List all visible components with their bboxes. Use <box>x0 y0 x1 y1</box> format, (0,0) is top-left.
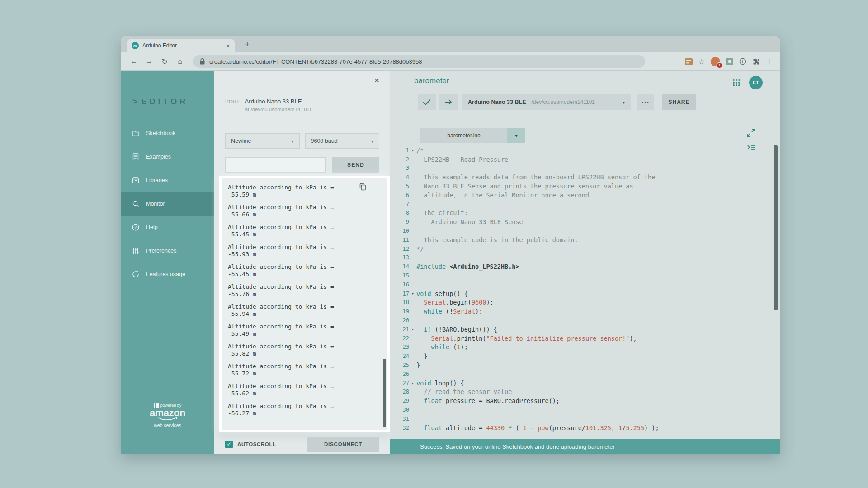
sidebar-item-features-usage[interactable]: Features usage <box>121 263 214 286</box>
user-avatar[interactable]: FT <box>749 76 763 89</box>
code-text: This example reads data from the on-boar… <box>416 174 655 181</box>
new-tab-button[interactable]: + <box>242 40 253 49</box>
bookmark-star-icon[interactable]: ☆ <box>698 57 705 66</box>
code-line: 4 This example reads data from the on-bo… <box>390 173 772 182</box>
line-number: 4 <box>390 174 409 180</box>
code-line: 30 <box>390 405 772 414</box>
tab-menu-button[interactable]: ▾ <box>507 128 525 143</box>
more-options-button[interactable]: ··· <box>637 94 654 110</box>
sidebar-item-preferences[interactable]: Preferences <box>121 239 214 263</box>
fold-caret-icon[interactable]: ▾ <box>409 327 416 332</box>
code-editor[interactable]: 1▾/*2 LPS22HB - Read Pressure34 This exa… <box>390 143 772 439</box>
fold-caret-icon[interactable]: ▾ <box>409 148 416 153</box>
autoscroll-checkbox[interactable]: ✓ <box>225 441 233 448</box>
serial-entry-text: Altitude according to kPa is = <box>228 263 381 271</box>
back-icon[interactable]: ← <box>128 57 140 66</box>
line-ending-select[interactable]: Newline ▾ <box>225 133 300 149</box>
serial-output-highlight[interactable]: Altitude according to kPa is =-55.59 mAl… <box>219 176 390 432</box>
code-line: 24 } <box>390 352 772 361</box>
line-number: 27 <box>390 380 409 386</box>
code-text: Serial.begin(9600); <box>416 299 494 306</box>
serial-message-input[interactable] <box>225 157 326 173</box>
verify-button[interactable] <box>418 94 436 110</box>
arrow-right-icon <box>444 99 453 106</box>
preferences-icon <box>132 247 140 255</box>
port-label: PORT: <box>225 98 241 112</box>
line-number: 23 <box>390 344 409 350</box>
kebab-menu-icon[interactable]: ⋮ <box>766 57 773 66</box>
upload-button[interactable] <box>439 94 458 110</box>
scrollbar-thumb[interactable] <box>774 145 778 310</box>
board-name: Arduino Nano 33 BLE <box>468 99 526 105</box>
sidebar-item-examples[interactable]: Examples <box>121 145 214 169</box>
info-icon[interactable] <box>739 58 746 65</box>
fold-caret-icon[interactable]: ▾ <box>409 291 416 296</box>
profile-avatar[interactable]: 1 <box>711 57 720 66</box>
autoscroll-label: AUTOSCROLL <box>237 441 276 447</box>
share-button[interactable]: SHARE <box>662 94 696 110</box>
sidebar-item-help[interactable]: ?Help <box>121 216 214 239</box>
tab-barometer-ino[interactable]: barometer.ino <box>420 128 507 143</box>
sidebar-item-libraries[interactable]: Libraries <box>121 169 214 192</box>
copy-icon[interactable] <box>359 183 368 192</box>
code-text: Serial.println("Failed to initialize pre… <box>416 335 637 342</box>
file-tab-label: barometer.ino <box>447 132 480 139</box>
home-icon[interactable]: ⌂ <box>174 57 186 66</box>
serial-entry: Altitude according to kPa is =-55.76 m <box>228 283 381 298</box>
disconnect-button[interactable]: DISCONNECT <box>307 437 379 452</box>
code-text: // read the sensor value <box>416 388 512 395</box>
status-bar: Success: Saved on your online Sketchbook… <box>390 439 780 454</box>
caret-down-icon: ▾ <box>291 139 293 144</box>
forward-icon[interactable]: → <box>143 57 155 66</box>
line-number: 11 <box>390 237 409 243</box>
serial-entry-value: -55.45 m <box>228 231 381 238</box>
tab-close-icon[interactable]: × <box>226 42 230 50</box>
sidebar-item-label: Libraries <box>146 177 168 183</box>
browser-tab[interactable]: ∞ Arduino Editor × <box>127 39 235 52</box>
line-number: 30 <box>390 407 409 413</box>
code-text: The circuit: <box>416 209 468 216</box>
code-text: while (!Serial); <box>416 308 482 315</box>
close-icon[interactable]: × <box>374 75 379 85</box>
serial-entry-text: Altitude according to kPa is = <box>228 303 381 310</box>
line-number: 9 <box>390 219 409 225</box>
sidebar-item-sketchbook[interactable]: Sketchbook <box>121 122 214 145</box>
lock-icon[interactable] <box>199 58 205 65</box>
sidebar-item-label: Monitor <box>146 201 165 207</box>
line-number: 28 <box>390 389 409 395</box>
line-number: 29 <box>390 398 409 404</box>
code-line: 15 <box>390 271 772 280</box>
sketchbook-icon <box>132 129 140 137</box>
url-bar[interactable]: create.arduino.cc/editor/FT-CONTENT/b673… <box>193 55 645 68</box>
code-lines: 1▾/*2 LPS22HB - Read Pressure34 This exa… <box>390 146 772 432</box>
code-line: 10 <box>390 226 772 235</box>
code-line: 7 <box>390 200 772 209</box>
reload-icon[interactable]: ↻ <box>159 57 170 66</box>
browser-window: ∞ Arduino Editor × + ← → ↻ ⌂ create.ardu… <box>121 36 780 454</box>
tab-title: Arduino Editor <box>142 42 223 49</box>
baud-rate-select[interactable]: 9600 baud ▾ <box>305 133 380 149</box>
extension-icon-2[interactable] <box>726 58 733 65</box>
code-line: 9 - Arduino Nano 33 BLE Sense <box>390 217 772 226</box>
sidebar-item-monitor[interactable]: Monitor <box>121 192 214 216</box>
serial-entry: Altitude according to kPa is =-55.66 m <box>228 204 381 218</box>
format-code-icon[interactable] <box>746 143 757 152</box>
line-ending-value: Newline <box>231 138 251 144</box>
board-selector[interactable]: Arduino Nano 33 BLE /dev/cu.usbmodem1411… <box>462 94 631 110</box>
serial-entry: Altitude according to kPa is =-55.45 m <box>228 224 381 238</box>
fold-caret-icon[interactable]: ▾ <box>409 381 416 385</box>
code-line: 29 float pressure = BARO.readPressure(); <box>390 396 772 405</box>
extension-icon[interactable] <box>685 58 693 65</box>
serial-output-list[interactable]: Altitude according to kPa is =-55.59 mAl… <box>222 178 387 430</box>
arduino-favicon-icon: ∞ <box>132 42 139 49</box>
scrollbar-thumb[interactable] <box>383 359 386 427</box>
code-line: 20 <box>390 316 772 325</box>
check-icon <box>422 99 431 106</box>
aws-amazon-wordmark: amazon <box>121 408 214 418</box>
extensions-puzzle-icon[interactable] <box>752 58 760 66</box>
monitor-panel: × PORT: Arduino Nano 33 BLE at /dev/cu.u… <box>214 71 390 454</box>
send-button[interactable]: SEND <box>332 157 379 173</box>
fullscreen-icon[interactable] <box>745 128 757 139</box>
apps-grid-icon[interactable] <box>732 78 741 87</box>
caret-down-icon: ▾ <box>623 100 625 105</box>
